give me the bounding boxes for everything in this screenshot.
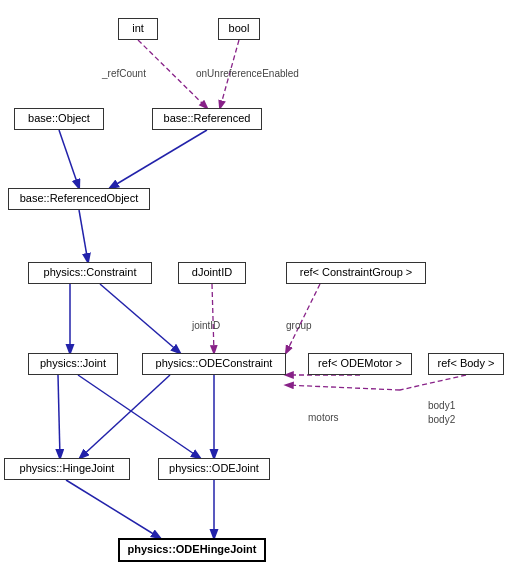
node-ref-ode-motor: ref< ODEMotor >	[308, 353, 412, 375]
node-physics-joint: physics::Joint	[28, 353, 118, 375]
label-ref-count: _refCount	[102, 68, 146, 79]
node-djointid: dJointID	[178, 262, 246, 284]
svg-line-13	[78, 375, 200, 458]
svg-line-5	[212, 284, 214, 353]
node-ref-body: ref< Body >	[428, 353, 504, 375]
svg-line-6	[286, 284, 320, 353]
svg-line-4	[79, 210, 88, 262]
svg-line-16	[66, 480, 160, 538]
label-joint-id: jointID	[192, 320, 220, 331]
label-motors: motors	[308, 412, 339, 423]
node-ref-constraint-group: ref< ConstraintGroup >	[286, 262, 426, 284]
svg-line-2	[59, 130, 79, 188]
svg-line-10	[400, 375, 466, 390]
arrows-svg	[0, 0, 522, 579]
svg-line-11	[286, 385, 400, 390]
diagram-container: int bool base::Object base::Referenced b…	[0, 0, 522, 579]
node-base-object: base::Object	[14, 108, 104, 130]
svg-line-12	[58, 375, 60, 458]
svg-line-3	[110, 130, 207, 188]
label-group: group	[286, 320, 312, 331]
label-body1: body1	[428, 400, 455, 411]
node-physics-ode-hinge-joint: physics::ODEHingeJoint	[118, 538, 266, 562]
node-bool: bool	[218, 18, 260, 40]
node-physics-ode-joint: physics::ODEJoint	[158, 458, 270, 480]
node-physics-ode-constraint: physics::ODEConstraint	[142, 353, 286, 375]
node-physics-hinge-joint: physics::HingeJoint	[4, 458, 130, 480]
svg-line-8	[100, 284, 180, 353]
label-on-unreference-enabled: onUnreferenceEnabled	[196, 68, 299, 79]
node-base-referenced-object: base::ReferencedObject	[8, 188, 150, 210]
label-body2: body2	[428, 414, 455, 425]
node-physics-constraint: physics::Constraint	[28, 262, 152, 284]
node-int: int	[118, 18, 158, 40]
svg-line-15	[80, 375, 170, 458]
node-base-referenced: base::Referenced	[152, 108, 262, 130]
